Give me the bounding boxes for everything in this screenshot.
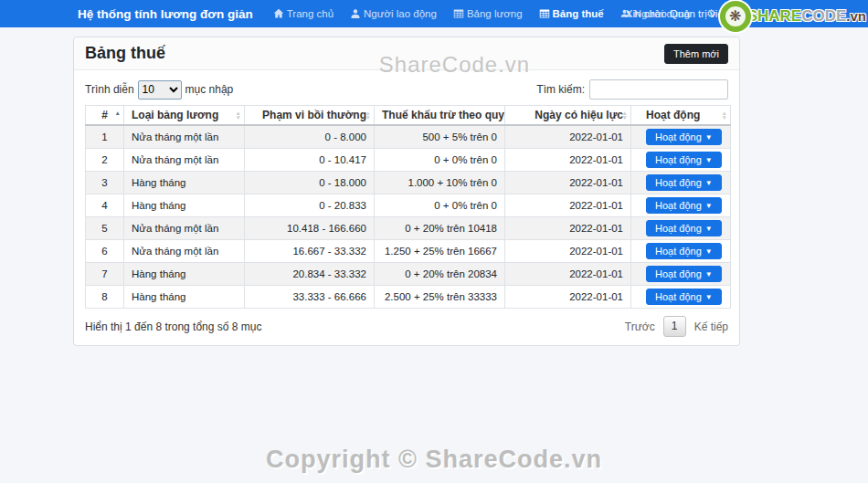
- column-header-ngay-hieu-luc[interactable]: Ngày có hiệu lực ▲▼: [505, 106, 631, 126]
- table-cell: 0 + 20% trên 10418: [375, 217, 505, 240]
- nav-item-label: Trang chủ: [287, 8, 333, 19]
- column-header-label: Thuế khấu trừ theo quy định: [382, 109, 505, 121]
- worker-icon: [350, 8, 361, 19]
- nav-item-bang-luong[interactable]: Bảng lương: [453, 8, 523, 19]
- nav-item-nguoi-lao-dong[interactable]: Người lao động: [350, 8, 437, 19]
- logo-vn: .vn: [846, 8, 866, 24]
- search-label: Tìm kiếm:: [536, 83, 585, 96]
- panel-footer: Hiển thị 1 đến 8 trong tổng số 8 mục Trư…: [74, 309, 739, 345]
- row-action-button[interactable]: Hoạt động▼: [646, 197, 722, 214]
- table-cell: 0 + 0% trên 0: [375, 149, 505, 172]
- column-header-hoat-dong[interactable]: Hoạt động ▲▼: [631, 106, 731, 126]
- sharecode-logo-text: SHARECODE.vn: [747, 7, 866, 26]
- table-cell: 1.000 + 10% trên 0: [375, 172, 505, 194]
- sort-icon: ▲▼: [722, 110, 727, 120]
- table-cell-action: Hoạt động▼: [631, 172, 731, 194]
- chevron-down-icon: ▼: [705, 179, 713, 187]
- chevron-down-icon: ▼: [705, 270, 713, 278]
- chevron-down-icon: ▼: [705, 225, 713, 233]
- app-brand[interactable]: Hệ thống tính lương đơn giản: [78, 7, 253, 21]
- column-header-label: Hoạt động: [646, 109, 700, 121]
- row-action-button[interactable]: Hoạt động▼: [646, 243, 722, 259]
- table-cell-action: Hoạt động▼: [631, 263, 731, 286]
- page-length-select[interactable]: 10: [138, 80, 182, 100]
- table-row: 6Nửa tháng một lần16.667 - 33.3321.250 +…: [86, 240, 731, 263]
- chevron-down-icon: ▼: [705, 202, 713, 210]
- table-cell: 33.333 - 66.666: [245, 286, 375, 309]
- table-row: 7Hàng tháng20.834 - 33.3320 + 20% trên 2…: [86, 263, 731, 286]
- row-action-button[interactable]: Hoạt động▼: [646, 129, 722, 145]
- table-cell: 1: [86, 125, 124, 149]
- table-cell: Nửa tháng một lần: [124, 240, 245, 263]
- table-cell: 500 + 5% trên 0: [375, 125, 505, 149]
- table-cell: Nửa tháng một lần: [124, 149, 245, 172]
- sort-icon: ▲▼: [115, 110, 121, 120]
- table-cell: 2022-01-01: [505, 125, 631, 149]
- pagination-next[interactable]: Kế tiếp: [694, 320, 728, 333]
- table-cell: 0 - 8.000: [245, 125, 375, 149]
- table-cell: 16.667 - 33.332: [245, 240, 375, 263]
- table-cell: 6: [86, 240, 124, 263]
- table-row: 2Nửa tháng một lần0 - 10.4170 + 0% trên …: [86, 149, 731, 172]
- table-cell: Hàng tháng: [124, 263, 245, 286]
- table-row: 4Hàng tháng0 - 20.8330 + 0% trên 02022-0…: [86, 194, 731, 217]
- table-cell: 0 - 10.417: [245, 149, 375, 172]
- row-action-button[interactable]: Hoạt động▼: [646, 289, 722, 305]
- search-input[interactable]: [589, 79, 728, 100]
- panel-body: Trình diễn 10 mục nhập Tìm kiếm: # ▲▼: [74, 70, 739, 309]
- sharecode-logo-icon: [720, 1, 751, 32]
- table-icon: [539, 8, 550, 19]
- pagination: Trước 1 Kế tiếp: [625, 316, 728, 337]
- watermark-bottom: Copyright © ShareCode.vn: [0, 446, 868, 474]
- pagination-page-1[interactable]: 1: [663, 316, 686, 337]
- table-cell: 7: [86, 263, 124, 286]
- table-cell-action: Hoạt động▼: [631, 286, 731, 309]
- table-cell: 2022-01-01: [505, 194, 631, 217]
- table-row: 8Hàng tháng33.333 - 66.6662.500 + 25% tr…: [86, 286, 731, 309]
- nav-item-trang-chu[interactable]: Trang chủ: [273, 8, 333, 19]
- column-header-label: #: [101, 109, 108, 121]
- nav-item-label: Người lao động: [364, 8, 437, 19]
- table-cell: 2022-01-01: [505, 172, 631, 194]
- table-cell: 2022-01-01: [505, 263, 631, 286]
- column-header-thue-khau-tru[interactable]: Thuế khấu trừ theo quy định: [375, 106, 505, 126]
- add-new-button[interactable]: Thêm mới: [664, 44, 728, 64]
- row-action-button[interactable]: Hoạt động▼: [646, 152, 722, 168]
- table-cell: Nửa tháng một lần: [124, 125, 245, 149]
- column-header-index[interactable]: # ▲▼: [86, 106, 124, 126]
- row-action-button[interactable]: Hoạt động▼: [646, 220, 722, 236]
- table-cell-action: Hoạt động▼: [631, 194, 731, 217]
- nav-item-bang-thue[interactable]: Bảng thuế: [539, 8, 604, 19]
- table-row: 5Nửa tháng một lần10.418 - 166.6600 + 20…: [86, 217, 731, 240]
- pagination-previous[interactable]: Trước: [625, 320, 655, 333]
- home-icon: [273, 8, 284, 19]
- table-icon: [453, 8, 464, 19]
- table-cell-action: Hoạt động▼: [631, 125, 731, 149]
- table-cell: 3: [86, 172, 124, 194]
- page-length-control: Trình diễn 10 mục nhập: [85, 80, 233, 100]
- logo-code: CODE: [801, 7, 846, 25]
- table-cell: 0 + 20% trên 20834: [375, 263, 505, 286]
- sharecode-logo: SHARECODE.vn: [720, 1, 866, 32]
- panel-header: Bảng thuế Thêm mới: [74, 37, 739, 70]
- row-action-button[interactable]: Hoạt động▼: [646, 266, 722, 282]
- user-greeting: Xin chào Quản trị viên: [626, 8, 729, 19]
- table-cell-action: Hoạt động▼: [631, 217, 731, 240]
- column-header-pham-vi[interactable]: Phạm vi bồi thường ▲▼: [245, 106, 375, 126]
- logo-share: SHARE: [747, 7, 802, 25]
- column-header-label: Ngày có hiệu lực: [535, 109, 623, 121]
- row-action-button[interactable]: Hoạt động▼: [646, 174, 722, 191]
- page-title: Bảng thuế: [85, 44, 165, 63]
- sort-icon: ▲▼: [622, 110, 628, 120]
- table-cell: 0 + 0% trên 0: [375, 194, 505, 217]
- search-control: Tìm kiếm:: [536, 79, 728, 100]
- table-row: 3Hàng tháng0 - 18.0001.000 + 10% trên 02…: [86, 172, 731, 194]
- table-cell: 2: [86, 149, 124, 172]
- length-label-suffix: mục nhập: [185, 83, 234, 96]
- table-cell-action: Hoạt động▼: [631, 149, 731, 172]
- table-cell: 0 - 18.000: [245, 172, 375, 194]
- table-cell: 4: [86, 194, 124, 217]
- column-header-loai-bang-luong[interactable]: Loại bảng lương ▲▼: [124, 106, 245, 126]
- table-controls: Trình diễn 10 mục nhập Tìm kiếm:: [85, 78, 728, 101]
- length-label-prefix: Trình diễn: [85, 83, 134, 96]
